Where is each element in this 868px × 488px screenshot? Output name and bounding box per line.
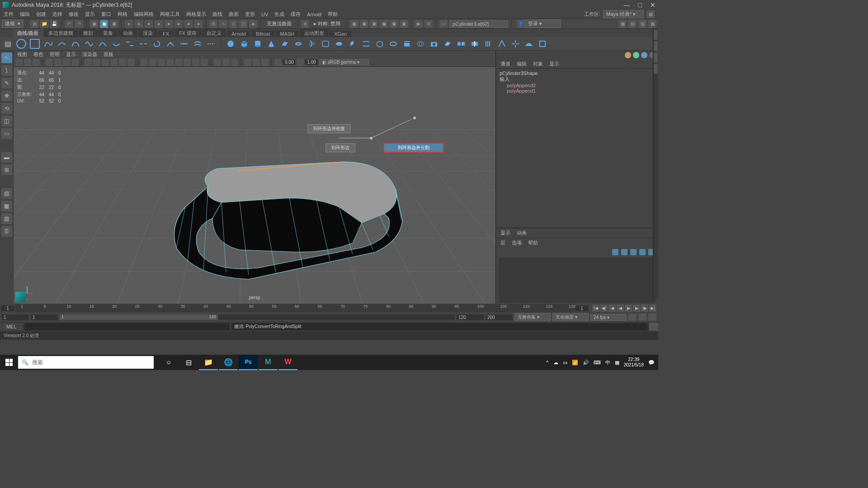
tray-wifi-icon[interactable]: 📶 [572,360,578,366]
tray-onedrive-icon[interactable]: ☁ [553,360,558,366]
planar-icon[interactable] [334,39,344,49]
panel-menu-renderer[interactable]: 渲染器 [82,51,97,58]
viewport[interactable]: 顶点:44440边:66661面:22220三角形:44440UV:52520 … [14,67,495,304]
pt-icon[interactable] [261,59,269,66]
shelf-tab-xgen[interactable]: XGen [330,30,351,37]
menu-mesh[interactable]: 网格 [118,11,127,18]
render-settings-icon[interactable]: ▣ [370,20,378,28]
mm-option-ring[interactable]: 到环形边 [326,143,355,152]
shelf-tab-custom[interactable]: 自定义 [202,29,226,37]
layout-four-icon[interactable]: ⊞ [1,164,12,175]
pt-icon[interactable] [253,59,260,66]
open-scene-icon[interactable]: 📁 [40,20,48,28]
sculpt-surf-icon[interactable] [524,39,534,49]
panel-menu-shading[interactable]: 着色 [33,51,43,58]
pt-icon[interactable] [166,59,174,66]
pt-icon[interactable] [231,59,238,66]
layout-single-icon[interactable]: ▬ [1,152,12,163]
go-end-button[interactable]: ▶| [649,305,656,312]
mm-option-collapse[interactable]: 到环形边并收拢 [307,124,351,133]
nurbs-cylinder-icon[interactable] [253,39,263,49]
pt-icon[interactable] [149,59,156,66]
graph-toggle-icon[interactable]: ▦ [1,201,12,211]
menu-display[interactable]: 显示 [85,11,95,18]
menu-edit[interactable]: 编辑 [20,11,30,18]
menu-deform[interactable]: 变形 [245,11,255,18]
shelf-menu-icon[interactable]: ▤ [3,39,13,49]
new-scene-icon[interactable]: ▤ [30,20,38,28]
attach-curves-icon[interactable] [125,39,135,49]
snap-curve-icon[interactable]: ∿ [219,20,227,28]
shelf-tab-sculpt[interactable]: 雕刻 [79,29,98,37]
menu-create[interactable]: 创建 [36,11,46,18]
pt-icon[interactable] [127,59,135,66]
snap-plane-icon[interactable]: ◫ [239,20,247,28]
shelf-tab-fxcache[interactable]: FX 缓存 [175,29,201,37]
cb-icon[interactable] [641,52,647,58]
cv-curve-icon[interactable] [43,39,53,49]
prefs-icon[interactable] [648,314,656,321]
mask-2-icon[interactable]: ● [135,20,143,28]
pt-icon[interactable] [93,59,100,66]
open-close-curve-icon[interactable] [152,39,162,49]
bezier-icon[interactable] [71,39,80,49]
move-tool[interactable]: ✥ [1,90,12,101]
mask-4-icon[interactable]: ● [155,20,163,28]
close-button[interactable]: ✕ [650,1,656,9]
cortana-button[interactable]: ⊟ [179,355,198,370]
mask-7-icon[interactable]: ● [184,20,193,28]
menu-meshtools[interactable]: 网格工具 [160,11,180,18]
layer-icon[interactable] [630,249,637,255]
cb-input-node[interactable]: polyAppend1 [500,88,655,94]
cb-shape-name[interactable]: pCylinder3Shape [500,70,655,76]
snap-live-icon[interactable]: ◈ [249,20,257,28]
pt-icon[interactable] [119,59,126,66]
tray-chevron-icon[interactable]: ^ [546,360,548,365]
untrim-icon[interactable] [443,39,453,49]
range-slider[interactable]: 1 120 [60,314,455,320]
tray-ime-indicator[interactable]: 中 [605,359,610,366]
surf-edit-icon[interactable] [538,39,547,49]
account-login[interactable]: 👤 登录 ▾ [517,19,561,28]
sel-mode-hier-icon[interactable]: ▣ [90,20,98,28]
boundary-icon[interactable] [375,39,385,49]
layer-tab-anim[interactable]: 动画 [517,230,527,236]
add-points-tool-icon[interactable] [165,39,175,49]
loop-icon[interactable] [628,314,637,321]
time-slider[interactable]: 1 15101520253035404550556065707580859095… [0,304,658,313]
cb-icon[interactable] [625,52,631,58]
insert-knot-icon[interactable] [179,39,189,49]
sel-mode-obj-icon[interactable]: ▣ [100,20,108,28]
go-start-button[interactable]: |◀ [592,305,599,312]
menu-meshdisplay[interactable]: 网格显示 [186,11,206,18]
tray-battery-icon[interactable]: ▭ [563,360,567,366]
pt-icon[interactable] [110,59,118,66]
colorspace-dropdown[interactable]: ◐ sRGB gamma ▾ [319,59,369,65]
tray-input-icon[interactable]: ▦ [615,360,619,366]
pause-icon[interactable]: ⏸ [425,20,433,28]
bevel-icon[interactable] [388,39,398,49]
taskbar-search[interactable]: 🔍 搜索 [18,356,154,369]
scale-tool[interactable]: ◫ [1,116,12,127]
pt-icon[interactable] [46,59,53,66]
toggle-channel-icon[interactable]: ▦ [648,20,656,28]
menu-curves[interactable]: 曲线 [212,11,222,18]
sidebar-tab-icon[interactable] [654,64,658,74]
workspace-dropdown[interactable]: Maya 经典* ▾ [603,10,644,19]
character-set-dropdown[interactable]: 无角色集 ▾ [514,313,551,321]
panel-menu-panels[interactable]: 面板 [104,51,113,58]
minimize-button[interactable]: — [624,1,630,9]
cb-icon[interactable] [633,52,639,58]
shelf-tab-mash[interactable]: MASH [275,30,299,37]
menu-arnold[interactable]: Arnold [307,12,321,17]
nurbs-circle-icon[interactable] [16,39,26,49]
pt-icon[interactable] [54,59,61,66]
project-curve-icon[interactable] [402,39,412,49]
tray-lang-icon[interactable]: ⌨ [594,360,601,366]
hypershade-icon[interactable]: ▣ [380,20,388,28]
maximize-button[interactable]: □ [638,1,642,9]
step-fwd-button[interactable]: ▶ [633,305,640,312]
shelf-tab-render[interactable]: 渲染 [138,29,157,37]
mask-5-icon[interactable]: ● [165,20,173,28]
menu-cache[interactable]: 缓存 [291,11,301,18]
